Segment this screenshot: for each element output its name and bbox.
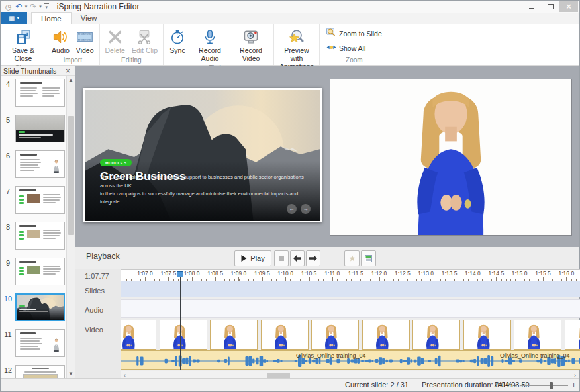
slide-preview[interactable]: MODULE 5 Green Business The Green Busine… — [83, 88, 322, 222]
next-button[interactable] — [306, 250, 320, 266]
group-label-import: Import — [48, 56, 97, 65]
play-button[interactable]: Play — [234, 250, 271, 266]
scissors-icon — [136, 28, 153, 46]
video-track-filmstrip[interactable] — [121, 320, 580, 350]
sidebar-scrollbar[interactable]: ▲ ▼ — [66, 76, 75, 378]
video-frame-thumbnail[interactable] — [311, 320, 359, 350]
timer-icon[interactable]: ◷ — [4, 2, 13, 11]
slide-thumbnail[interactable] — [15, 150, 65, 178]
record-audio-button[interactable]: Record Audio — [189, 26, 230, 64]
minimize-button[interactable] — [522, 1, 541, 12]
clip-name: Olivias_Online-training_04 — [296, 352, 366, 359]
slide-thumbnail[interactable] — [15, 222, 65, 250]
preview-magnifier-star-icon — [288, 28, 305, 46]
slide-notes-button[interactable] — [361, 250, 376, 266]
zoom-slider: − + — [512, 379, 576, 392]
slide-thumbnail[interactable] — [15, 329, 65, 357]
slide-thumbnail-item[interactable]: 7 — [1, 183, 66, 219]
slide-thumbnail[interactable] — [15, 365, 65, 378]
maximize-button[interactable] — [541, 1, 559, 12]
video-frame-thumbnail[interactable] — [210, 320, 258, 350]
ruler-tick-label: 1:11.5 — [348, 270, 363, 277]
video-audio-band[interactable]: Olivias_Online-training_04 Olivias_Onlin… — [121, 350, 580, 370]
ruler-tick-label: 1:09.5 — [254, 270, 270, 277]
show-all-button[interactable]: Show All — [324, 42, 384, 54]
tab-home[interactable]: Home — [31, 12, 72, 24]
previous-button[interactable] — [290, 250, 305, 266]
edit-clip-button[interactable]: Edit Clip — [128, 26, 161, 56]
prev-slide-icon[interactable]: ← — [287, 204, 297, 214]
redo-dropdown-icon[interactable]: ▾ — [39, 4, 42, 9]
group-preview: Preview with Animations Preview — [274, 24, 320, 65]
ruler-tick-label: 1:15.0 — [512, 270, 528, 277]
video-narration-pane[interactable] — [330, 79, 572, 236]
time-ruler[interactable]: 1:07.01:07.51:08.01:08.51:09.01:09.51:10… — [121, 269, 580, 281]
close-button[interactable]: × — [559, 1, 578, 12]
scroll-up-icon[interactable]: ▲ — [67, 76, 75, 85]
video-frame-thumbnail[interactable] — [160, 320, 207, 350]
save-and-close-button[interactable]: Save & Close — [3, 26, 44, 64]
slide-number: 9 — [2, 259, 14, 267]
audio-track[interactable] — [121, 299, 580, 318]
slide-number: 8 — [2, 223, 14, 231]
slide-thumbnail-item[interactable]: 4 — [1, 76, 66, 112]
panel-close-icon[interactable]: × — [64, 66, 72, 75]
sync-button[interactable]: Sync — [166, 26, 189, 56]
stop-button[interactable] — [274, 250, 289, 266]
slide-thumbnail[interactable] — [15, 115, 65, 142]
slide-thumbnail[interactable] — [15, 79, 65, 107]
sidebar-scroll-thumb[interactable] — [68, 116, 74, 235]
delete-button[interactable]: Delete — [102, 26, 128, 56]
undo-icon[interactable]: ↶ — [15, 2, 24, 11]
playhead-handle[interactable] — [177, 271, 183, 277]
zoom-slider-track[interactable] — [520, 385, 568, 386]
slide-thumbnail-item[interactable]: 5 — [1, 112, 66, 148]
slides-track[interactable] — [121, 281, 580, 297]
zoom-out-icon[interactable]: − — [512, 379, 517, 392]
group-label-editing: Editing — [102, 56, 161, 65]
slide-thumbnail[interactable] — [15, 293, 65, 321]
video-frame-thumbnail[interactable] — [121, 320, 156, 350]
video-frame-thumbnail[interactable] — [565, 320, 580, 350]
module-badge: MODULE 5 — [100, 159, 132, 166]
preview-with-animations-button[interactable]: Preview with Animations — [276, 26, 317, 72]
video-frame-thumbnail[interactable] — [412, 320, 460, 350]
webcam-icon — [242, 28, 260, 46]
ruler-tick-label: 1:13.0 — [418, 270, 434, 277]
ruler-tick-label: 1:10.0 — [277, 270, 293, 277]
record-video-button[interactable]: Record Video — [230, 26, 271, 64]
slide-thumbnail-item[interactable]: 11 — [1, 326, 66, 362]
star-icon — [349, 255, 356, 262]
marker-button[interactable] — [344, 250, 360, 266]
scroll-down-icon[interactable]: ▼ — [67, 369, 75, 378]
zoom-to-slide-button[interactable]: Zoom to Slide — [324, 27, 384, 40]
customize-toolbar-icon[interactable]: ▾ — [44, 3, 49, 10]
slide-thumbnail-item[interactable]: 6 — [1, 148, 66, 183]
video-button[interactable]: Video — [73, 26, 97, 56]
video-frame-thumbnail[interactable] — [261, 320, 309, 350]
tab-view[interactable]: View — [72, 12, 107, 24]
slide-thumbnail-item[interactable]: 8 — [1, 219, 66, 255]
redo-icon[interactable]: ↷ — [28, 2, 38, 11]
video-frame-thumbnail[interactable] — [514, 320, 561, 350]
slide-thumbnail-item[interactable]: 9 — [1, 255, 66, 291]
slides-track-label: Slides — [85, 287, 105, 295]
zoom-slider-thumb[interactable] — [550, 382, 553, 389]
zoom-in-icon[interactable]: + — [571, 379, 576, 392]
slide-thumbnail[interactable] — [15, 186, 65, 214]
undo-dropdown-icon[interactable]: ▾ — [25, 4, 28, 9]
current-slide-status: Current slide: 2 / 31 — [345, 381, 409, 389]
window-title: iSpring Narration Editor — [57, 2, 140, 11]
slide-thumbnail-item[interactable]: 12 — [1, 362, 66, 378]
slide-thumbnail[interactable] — [15, 258, 65, 285]
main-area: Slide Thumbnails × 456789101112 ▲ ▼ MODU… — [1, 66, 579, 378]
next-slide-icon[interactable]: → — [301, 204, 311, 214]
video-icon — [76, 28, 93, 46]
video-frame-thumbnail[interactable] — [463, 320, 511, 350]
slide-thumbnail-item[interactable]: 10 — [1, 291, 66, 326]
video-frame-thumbnail[interactable] — [362, 320, 410, 350]
microphone-icon — [201, 28, 218, 46]
clip-name: Olivias_Online-training_04 — [500, 352, 570, 359]
app-menu-button[interactable]: ▦▾ — [1, 12, 27, 24]
audio-button[interactable]: Audio — [48, 26, 73, 56]
